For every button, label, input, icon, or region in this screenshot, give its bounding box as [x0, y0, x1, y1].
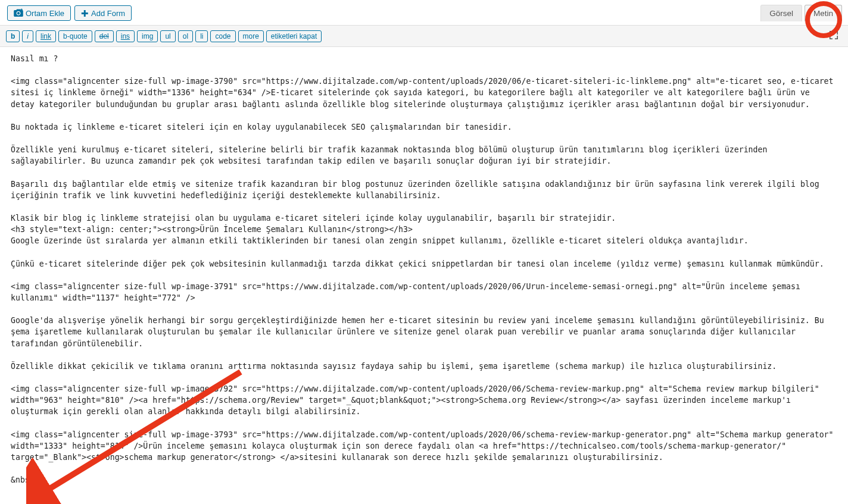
tab-visual[interactable]: Görsel: [760, 5, 802, 21]
media-toolbar: Ortam Ekle ✚ Add Form Görsel Metin: [0, 0, 848, 26]
qt-ins-button[interactable]: ins: [116, 30, 135, 42]
qt-del-button[interactable]: del: [95, 30, 114, 42]
qt-ol-button[interactable]: ol: [178, 30, 193, 42]
quicktags-buttons: b i link b-quote del ins img ul ol li co…: [6, 30, 322, 42]
media-toolbar-left: Ortam Ekle ✚ Add Form: [7, 5, 132, 21]
plus-icon: ✚: [81, 9, 89, 18]
qt-img-button[interactable]: img: [137, 30, 158, 42]
qt-more-button[interactable]: more: [238, 30, 264, 42]
camera-icon: [14, 8, 23, 18]
qt-bold-button[interactable]: b: [6, 30, 20, 42]
text-editor-textarea[interactable]: Nasıl mı ? <img class="aligncenter size-…: [0, 47, 848, 497]
editor-tabs: Görsel Metin: [758, 5, 842, 21]
add-form-label: Add Form: [91, 9, 125, 18]
qt-bquote-button[interactable]: b-quote: [58, 30, 92, 42]
fullscreen-icon[interactable]: [825, 29, 842, 43]
add-media-label: Ortam Ekle: [26, 9, 64, 18]
add-media-button[interactable]: Ortam Ekle: [7, 5, 71, 21]
qt-code-button[interactable]: code: [210, 30, 235, 42]
qt-ul-button[interactable]: ul: [160, 30, 175, 42]
qt-close-tags-button[interactable]: etiketleri kapat: [266, 30, 322, 42]
qt-link-button[interactable]: link: [36, 30, 56, 42]
tab-text[interactable]: Metin: [805, 5, 842, 21]
qt-li-button[interactable]: li: [195, 30, 208, 42]
quicktags-toolbar: b i link b-quote del ins img ul ol li co…: [0, 26, 848, 47]
add-form-button[interactable]: ✚ Add Form: [74, 5, 132, 21]
qt-italic-button[interactable]: i: [22, 30, 33, 42]
